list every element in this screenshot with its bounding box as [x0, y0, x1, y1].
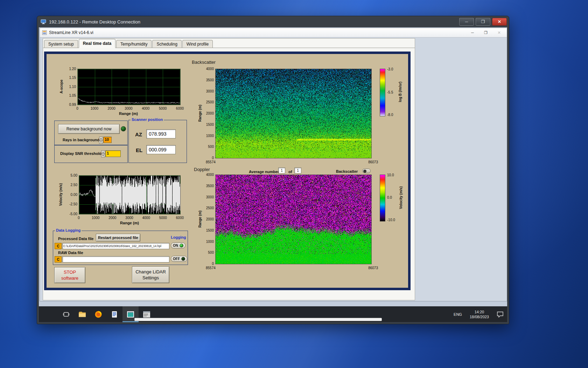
vi-app-icon	[42, 30, 47, 35]
clock-date: 18/08/2023	[470, 314, 489, 319]
rdp-window: 192.168.0.122 - Remote Desktop Connectio…	[37, 16, 509, 324]
ascope-plot-canvas	[78, 69, 180, 105]
task-view-button[interactable]	[58, 306, 74, 322]
app-restore-button[interactable]: ❐	[479, 29, 492, 36]
colorbar-tick: -10.0	[387, 218, 395, 222]
doppler-heatmap	[215, 175, 372, 264]
axis-tick: 85574	[206, 160, 216, 164]
raw-data-file-label: RAW Data file	[58, 251, 83, 255]
az-value-field[interactable]: 078.993	[146, 129, 176, 138]
action-center-button[interactable]	[493, 306, 507, 322]
axis-tick: -2.50	[64, 202, 77, 206]
background-led-indicator	[121, 126, 126, 131]
average-count-field[interactable]: 1	[294, 168, 301, 173]
snr-value-field[interactable]: 1	[105, 150, 121, 157]
axis-tick: 2000	[106, 216, 118, 220]
axis-tick: 6000	[174, 107, 186, 110]
renew-background-button[interactable]: Renew background now	[58, 124, 120, 134]
axis-tick: 5.00	[64, 173, 77, 177]
scan-schedules-icon	[143, 311, 150, 318]
snr-threshold-box: Display SNR threshold ▲▼ 1	[54, 145, 128, 163]
raw-logging-toggle[interactable]: OFF	[171, 256, 187, 262]
rdp-minimize-button[interactable]: ─	[459, 18, 474, 26]
tab-wind-profile[interactable]: Wind profile	[182, 40, 213, 48]
axis-tick: 500	[203, 145, 214, 149]
axis-tick: 1.05	[64, 94, 76, 97]
axis-tick: 2000	[203, 111, 214, 115]
rdp-icon	[41, 19, 46, 24]
on-toggle-label: ON	[173, 244, 178, 247]
backscatter-display-toggle[interactable]	[362, 169, 371, 173]
stop-software-button[interactable]: STOP software	[54, 267, 85, 283]
processed-path-field[interactable]: C:\LiDAR\Data\Proc\2023\202308\20230818\…	[62, 243, 169, 249]
axis-tick: 86073	[368, 266, 378, 270]
colorbar-tick: 10.0	[387, 173, 394, 177]
axis-tick: 0.00	[64, 193, 77, 197]
raw-path-field[interactable]	[62, 256, 169, 263]
axis-tick: 1.20	[64, 67, 76, 71]
ascope-graph: A-scope 1.20 1.15 1.10 1.05 0.99 0 1	[54, 66, 184, 118]
tab-scheduling[interactable]: Scheduling	[152, 40, 181, 48]
average-number-field[interactable]: 1	[278, 168, 285, 173]
app-close-button[interactable]: ✕	[493, 29, 505, 36]
file-explorer-button[interactable]	[74, 306, 90, 322]
text-editor-button[interactable]	[106, 306, 122, 322]
axis-tick: 1000	[203, 240, 214, 244]
text-editor-icon	[111, 311, 118, 318]
velocity-y-axis-label: Velocity (m/s)	[59, 183, 63, 206]
remote-viewer-icon	[127, 311, 134, 318]
doppler-x-ticks: 85574 86073	[206, 266, 378, 270]
axis-tick: 4000	[203, 67, 214, 71]
velocity-plot-area	[79, 175, 181, 214]
snr-spinner[interactable]: ▲▼	[101, 150, 105, 157]
axis-tick: 1000	[89, 107, 100, 110]
backscatter-heatmap	[215, 69, 372, 158]
clock[interactable]: 14:20 18/08/2023	[467, 309, 492, 319]
front-panel-border: Backscatter Doppler A-scope 1.20 1.15 1.…	[44, 52, 411, 290]
processed-data-file-label: Processed Data file	[58, 237, 94, 241]
stop-button-line2: software	[61, 275, 78, 281]
axis-tick: 5000	[157, 216, 169, 220]
doppler-y-axis-label: Range (m)	[198, 211, 202, 228]
firefox-button[interactable]	[90, 306, 106, 322]
rdp-maximize-button[interactable]: ❐	[476, 18, 490, 26]
backscatter-heatmap-canvas	[216, 69, 371, 158]
doppler-heatmap-canvas	[216, 175, 371, 264]
backscatter-colorbar-label: log B (/m/sr)	[398, 82, 402, 102]
tab-system-setup[interactable]: System setup	[44, 40, 78, 48]
restart-processed-file-button[interactable]: Restart processed file	[96, 234, 140, 241]
axis-tick: 5000	[157, 107, 169, 110]
axis-tick: 3000	[203, 195, 214, 199]
axis-tick: 2.50	[64, 183, 77, 187]
ascope-x-axis-label: Range (m)	[107, 111, 149, 116]
axis-tick: 0	[73, 216, 85, 220]
rays-value-field[interactable]: 10	[103, 137, 112, 143]
horizontal-scrollbar[interactable]	[134, 318, 382, 321]
rdp-close-button[interactable]: ✕	[492, 18, 507, 26]
doppler-section-title: Doppler	[194, 167, 210, 172]
tab-strip: System setup Real time data Temp/humidit…	[43, 39, 415, 48]
tab-temp-humidity[interactable]: Temp/humidity	[116, 40, 152, 48]
velocity-graph: Velocity (m/s) 5.00 2.50 0.00 -2.50 -5.0…	[54, 172, 184, 228]
axis-tick: 0.99	[64, 103, 76, 107]
processed-logging-toggle[interactable]: ON	[171, 243, 186, 248]
app-minimize-button[interactable]: ─	[466, 29, 479, 36]
change-lidar-settings-button[interactable]: Change LiDAR Settings	[132, 266, 169, 283]
raw-path-drive-button[interactable]: C	[55, 256, 62, 263]
app-titlebar: StreamLine XR v14-6.vi ─ ❐ ✕	[40, 28, 507, 38]
axis-tick: 2500	[203, 100, 214, 104]
streamline-app-window: StreamLine XR v14-6.vi ─ ❐ ✕ System setu…	[40, 28, 507, 301]
processed-path-drive-button[interactable]: C	[55, 243, 62, 249]
action-center-icon	[497, 311, 504, 318]
axis-tick: 500	[203, 251, 214, 254]
axis-tick: 0	[203, 262, 214, 266]
el-value-field[interactable]: 000.099	[146, 145, 176, 154]
scanner-position-box: Scanner position AZ 078.993 EL 000.099	[128, 120, 187, 163]
axis-tick: 2000	[203, 217, 214, 221]
colorbar-tick: -5.5	[387, 90, 393, 94]
rays-spinner[interactable]: ▲▼	[99, 137, 103, 143]
language-indicator[interactable]: ENG	[450, 306, 465, 322]
data-logging-title: Data Logging	[55, 228, 82, 232]
az-label: AZ	[135, 131, 142, 137]
tab-real-time-data[interactable]: Real time data	[79, 39, 115, 48]
